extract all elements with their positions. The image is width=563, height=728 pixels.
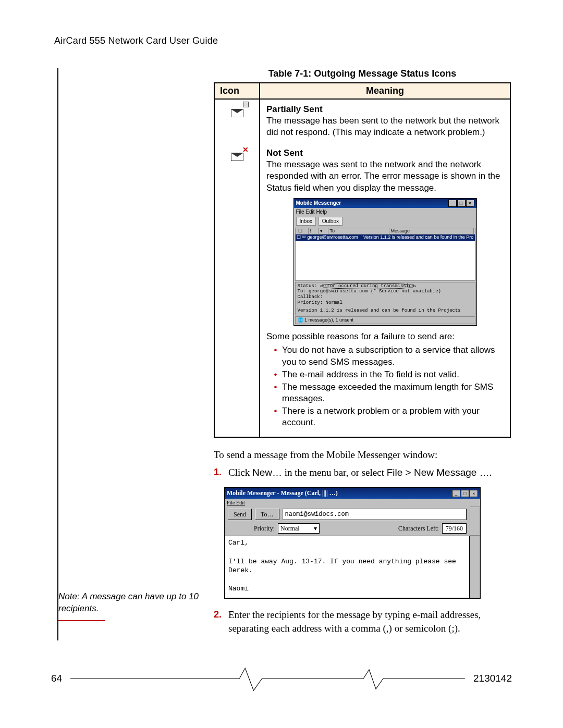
- list-col-to: To: [328, 228, 389, 235]
- compose-title: Mobile Messenger - Message (Carl, |||| ……: [227, 489, 338, 497]
- step-number: 1.: [214, 466, 228, 479]
- col-meaning: Meaning: [260, 83, 510, 99]
- instructions-intro: To send a message from the Mobile Messen…: [214, 448, 511, 462]
- running-header: AirCard 555 Network Card User Guide: [0, 0, 563, 46]
- to-value: george@swirosetta.com (* Service not ava…: [309, 289, 441, 294]
- status-label: Status:: [298, 283, 317, 289]
- to-field[interactable]: naomi@swidocs.com: [283, 509, 467, 520]
- status-footer: 🌐 1 message(s), 1 unsent: [295, 316, 475, 325]
- step-number: 2.: [214, 608, 228, 635]
- tab-inbox[interactable]: Inbox: [296, 217, 316, 226]
- folder-tabs[interactable]: Inbox Outbox: [294, 216, 476, 227]
- tab-outbox[interactable]: Outbox: [319, 217, 342, 226]
- partially-sent-icon: [231, 104, 243, 120]
- document-number: 2130142: [473, 673, 512, 684]
- step-2-text: Enter the recipients for the message by …: [228, 608, 511, 635]
- list-row-msg: Version 1.1.2 is released and can be fou…: [363, 235, 474, 240]
- row1-heading: Partially Sent: [266, 104, 504, 115]
- priority-label: Priority:: [254, 524, 275, 533]
- window-controls[interactable]: _□×: [448, 200, 474, 207]
- instructions: To send a message from the Mobile Messen…: [214, 448, 511, 635]
- page-number: 64: [51, 673, 62, 684]
- compose-menubar[interactable]: File Edit: [225, 499, 480, 507]
- send-button[interactable]: Send: [228, 509, 252, 520]
- titlebar: Mobile Messenger _□×: [294, 199, 476, 208]
- status-pane: Status: error occured during transmissio…: [295, 282, 475, 315]
- main-column: Table 7-1: Outgoing Message Status Icons…: [214, 68, 511, 640]
- message-list[interactable]: ☐!▾ To Message ☐ ✉ george@swirosetta.com…: [295, 228, 475, 281]
- status-value: error occured during transmission: [320, 283, 416, 289]
- row2-heading: Not Sent: [266, 147, 504, 159]
- list-col-msg: Message: [389, 228, 474, 235]
- scrollbar[interactable]: [470, 507, 480, 536]
- chars-left-value: 79/160: [442, 523, 467, 534]
- compose-titlebar: Mobile Messenger - Message (Carl, |||| ……: [225, 488, 480, 498]
- status-icon-table: Icon Meaning Partially Sent The message …: [214, 82, 511, 438]
- reason-item: The message exceeded the maximum length …: [282, 381, 504, 404]
- mobile-messenger-window: Mobile Messenger _□× File Edit Help Inbo…: [293, 198, 477, 326]
- list-row[interactable]: ☐ ✉ george@swirosetta.com Version 1.1.2 …: [296, 235, 475, 241]
- window-controls[interactable]: _□×: [451, 489, 478, 497]
- list-row-to: george@swirosetta.com: [308, 235, 358, 240]
- page-footer: 64 2130142: [51, 665, 512, 692]
- row1-body: The message has been sent to the network…: [266, 115, 504, 138]
- chars-left-label: Characters Left:: [398, 524, 439, 533]
- margin-gutter: Note: A message can have up to 10 recipi…: [57, 68, 214, 640]
- col-icon: Icon: [214, 83, 260, 99]
- message-body[interactable]: Carl, I'll be away Aug. 13-17. If you ne…: [225, 536, 470, 598]
- menubar[interactable]: File Edit Help: [294, 208, 476, 216]
- table-caption: Table 7-1: Outgoing Message Status Icons: [214, 68, 511, 79]
- priority-label: Priority:: [298, 300, 323, 305]
- margin-note: Note: A message can have up to 10 recipi…: [58, 591, 199, 621]
- reasons-list: You do not have a subscription to a serv…: [266, 344, 504, 428]
- scrollbar[interactable]: [470, 536, 480, 598]
- margin-note-rule: [58, 620, 105, 621]
- reason-item: The e-mail address in the To field is no…: [282, 369, 504, 380]
- step-2: 2. Enter the recipients for the message …: [214, 608, 511, 635]
- reasons-intro: Some possible reasons for a failure to s…: [266, 331, 504, 342]
- window-title: Mobile Messenger: [296, 200, 341, 207]
- row-not-sent: ✕ Not Sent The message was sent to the n…: [214, 143, 510, 437]
- menu-new: New…: [252, 467, 282, 478]
- reason-item: There is a network problem or a problem …: [282, 405, 504, 428]
- step-1: 1. Click New… in the menu bar, or select…: [214, 466, 511, 479]
- to-label: To:: [298, 289, 306, 294]
- not-sent-icon: ✕: [231, 147, 243, 164]
- priority-select[interactable]: Normal: [278, 523, 320, 534]
- priority-value: Normal: [326, 300, 342, 305]
- content-area: Note: A message can have up to 10 recipi…: [57, 46, 511, 640]
- to-button[interactable]: To…: [255, 509, 279, 520]
- callback-label: Callback:: [298, 294, 323, 300]
- status-body-line: Version 1.1.2 is released and can be fou…: [298, 308, 473, 314]
- row2-body: The message was sent to the network and …: [266, 159, 504, 193]
- margin-note-text: Note: A message can have up to 10 recipi…: [58, 591, 199, 613]
- menu-path: File > New Message …: [387, 467, 489, 478]
- compose-window: Mobile Messenger - Message (Carl, |||| ……: [224, 487, 481, 599]
- footer-divider-icon: [70, 665, 465, 692]
- row-partially-sent: Partially Sent The message has been sent…: [214, 99, 510, 143]
- reason-item: You do not have a subscription to a serv…: [282, 344, 504, 367]
